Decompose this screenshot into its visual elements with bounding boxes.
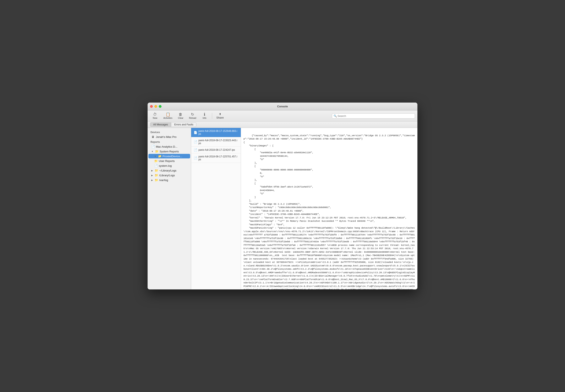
library-logs-user-triangle bbox=[151, 169, 153, 172]
devices-header: Devices bbox=[148, 129, 191, 134]
maximize-button[interactable] bbox=[159, 105, 162, 108]
now-button[interactable]: ⏱ Now bbox=[150, 112, 160, 120]
reload-label: Reload bbox=[189, 117, 196, 119]
sidebar-item-mac-analytics[interactable]: 📄 Mac Analytics D... bbox=[148, 144, 190, 149]
info-label: Info bbox=[203, 117, 206, 119]
mac-analytics-icon: 📄 bbox=[151, 145, 155, 148]
sidebar-item-library-logs-user[interactable]: 📁 ~/Library/Logs bbox=[148, 168, 190, 173]
file-name-3: panic-full-2018-08-17-225701.457.ips bbox=[198, 155, 238, 161]
console-window: Console ⏱ Now 📋 Activities 🗑 Clear ↻ Rel… bbox=[148, 103, 417, 289]
now-icon: ⏱ bbox=[153, 112, 157, 116]
proxied-triangle bbox=[154, 155, 156, 157]
share-label: Share bbox=[216, 116, 224, 119]
system-log-label: system.log bbox=[159, 164, 172, 167]
library-logs-triangle bbox=[151, 174, 153, 177]
info-button[interactable]: ℹ Info bbox=[199, 112, 209, 120]
minimize-button[interactable] bbox=[154, 105, 157, 108]
file-item-1[interactable]: 📄 panic-full-2018-08-17-215023.443.ips bbox=[191, 137, 241, 147]
search-bar: 🔍 bbox=[332, 113, 415, 119]
toolbar-separator bbox=[212, 113, 212, 119]
now-label: Now bbox=[153, 117, 157, 119]
user-reports-label: User Reports bbox=[159, 159, 175, 163]
file-item-2[interactable]: 📄 panic-full-2018-08-17-224247.ips bbox=[191, 147, 241, 154]
file-icon-1: 📄 bbox=[194, 140, 197, 143]
sidebar-item-imac[interactable]: 🖥 Jonah's iMac Pro bbox=[148, 135, 190, 139]
library-logs-user-label: ~/Library/Logs bbox=[159, 169, 177, 172]
info-icon: ℹ bbox=[204, 112, 205, 116]
sidebar-item-user-reports[interactable]: 📁 User Reports bbox=[148, 159, 190, 163]
title-bar: Console bbox=[148, 103, 417, 111]
main-content: Devices 🖥 Jonah's iMac Pro Reports 📄 Mac… bbox=[148, 128, 417, 289]
system-reports-label: System Reports bbox=[160, 150, 179, 153]
proxied-label: ProxiedDevice... bbox=[163, 155, 182, 158]
sidebar-item-proxied-devices[interactable]: 📁 ProxiedDevice... bbox=[148, 154, 190, 158]
search-input-wrapper: 🔍 bbox=[332, 113, 415, 119]
sidebar: Devices 🖥 Jonah's iMac Pro Reports 📄 Mac… bbox=[148, 128, 191, 289]
system-reports-icon: 📁 bbox=[155, 150, 158, 153]
search-icon: 🔍 bbox=[333, 114, 337, 117]
user-reports-icon: 📁 bbox=[154, 159, 158, 163]
file-item-3[interactable]: 📄 panic-full-2018-08-17-225701.457.ips bbox=[191, 154, 241, 163]
file-name-0: panic-full-2018-08-17-152648.883.ips bbox=[198, 129, 238, 135]
window-title: Console bbox=[277, 105, 288, 108]
close-button[interactable] bbox=[150, 105, 153, 108]
var-log-icon: 📁 bbox=[155, 178, 158, 182]
toolbar: ⏱ Now 📋 Activities 🗑 Clear ↻ Reload ℹ In… bbox=[148, 111, 417, 122]
system-reports-triangle bbox=[151, 150, 153, 153]
reload-button[interactable]: ↻ Reload bbox=[187, 112, 198, 120]
library-logs-label: /Library/Logs bbox=[159, 174, 175, 177]
reports-header: Reports bbox=[148, 139, 191, 144]
errors-faults-button[interactable]: Errors and Faults bbox=[171, 122, 196, 127]
file-icon-0: 📄 bbox=[194, 131, 197, 134]
segmented-control: All Messages Errors and Faults bbox=[148, 122, 417, 128]
library-logs-user-icon: 📁 bbox=[155, 169, 158, 172]
traffic-lights bbox=[150, 105, 162, 108]
reload-icon: ↻ bbox=[191, 112, 194, 116]
file-name-2: panic-full-2018-08-17-224247.ips bbox=[198, 148, 235, 151]
file-name-1: panic-full-2018-08-17-215023.443.ips bbox=[198, 139, 238, 145]
all-messages-button[interactable]: All Messages bbox=[150, 122, 171, 127]
content-pane[interactable]: {"caused_by":"macos","macos_system_state… bbox=[241, 128, 417, 289]
search-input[interactable] bbox=[332, 113, 415, 119]
share-button[interactable]: ⬆ Share bbox=[215, 112, 225, 120]
var-log-label: /var/log bbox=[159, 179, 168, 182]
system-log-icon: 📄 bbox=[154, 164, 158, 167]
share-icon: ⬆ bbox=[219, 112, 221, 116]
sidebar-item-var-log[interactable]: 📁 /var/log bbox=[148, 178, 190, 182]
clear-icon: 🗑 bbox=[179, 112, 182, 116]
var-log-triangle bbox=[151, 179, 153, 181]
file-item-0[interactable]: 📄 panic-full-2018-08-17-152648.883.ips bbox=[191, 128, 241, 137]
imac-label: Jonah's iMac Pro bbox=[156, 135, 177, 139]
activities-label: Activities bbox=[163, 117, 172, 119]
file-icon-3: 📄 bbox=[194, 156, 197, 160]
clear-label: Clear bbox=[178, 117, 183, 119]
mac-analytics-label: Mac Analytics D... bbox=[156, 145, 177, 148]
file-icon-2: 📄 bbox=[194, 148, 197, 152]
proxied-icon: 📁 bbox=[158, 154, 161, 158]
sidebar-item-system-reports[interactable]: 📁 System Reports bbox=[148, 149, 190, 154]
sidebar-item-library-logs[interactable]: 📁 /Library/Logs bbox=[148, 173, 190, 178]
clear-button[interactable]: 🗑 Clear bbox=[176, 112, 186, 120]
library-logs-icon: 📁 bbox=[155, 174, 158, 177]
activities-button[interactable]: 📋 Activities bbox=[162, 112, 174, 120]
sidebar-item-system-log[interactable]: 📄 system.log bbox=[148, 163, 190, 168]
file-list: 📄 panic-full-2018-08-17-152648.883.ips 📄… bbox=[191, 128, 241, 289]
content-text: {"caused_by":"macos","macos_system_state… bbox=[244, 134, 416, 290]
activities-icon: 📋 bbox=[166, 112, 170, 116]
imac-icon: 🖥 bbox=[151, 135, 155, 139]
